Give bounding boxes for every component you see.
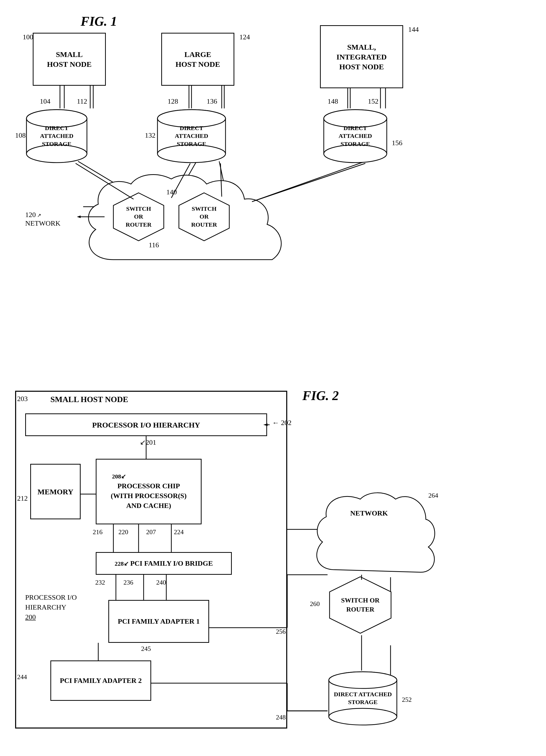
fig2-network-label: NETWORK xyxy=(350,509,388,517)
network-label: 120↗NETWORK xyxy=(25,210,61,227)
left-storage: DIRECTATTACHEDSTORAGE xyxy=(25,108,88,164)
fig2-storage-label: DIRECT ATTACHED STORAGE xyxy=(327,690,398,706)
ref-100: 100 xyxy=(23,33,33,41)
ref-152: 152 xyxy=(368,97,378,106)
svg-point-46 xyxy=(329,672,397,688)
small-host-node-box: SMALLHOST NODE xyxy=(33,33,106,86)
small-integrated-host-box: SMALL,INTEGRATEDHOST NODE xyxy=(320,25,403,88)
page: FIG. 1 xyxy=(0,0,546,756)
left-switch-hexagon: SWITCHORROUTER xyxy=(111,192,166,242)
ref-256: 256 xyxy=(276,628,286,636)
pci-adapter1-box: PCI FAMILY ADAPTER 1 xyxy=(108,600,209,643)
fig2-small-host-label: SMALL HOST NODE xyxy=(50,395,128,404)
small-integrated-label: SMALL,INTEGRATEDHOST NODE xyxy=(336,42,386,72)
ref-264: 264 xyxy=(428,492,438,499)
ref-108: 108 xyxy=(15,131,26,140)
fig2-switch-label: SWITCH OR ROUTER xyxy=(327,596,393,614)
ref-202: ← 202 xyxy=(272,418,291,427)
pci-adapter2-box: PCI FAMILY ADAPTER 2 xyxy=(50,660,151,701)
memory-box: MEMORY xyxy=(30,464,81,519)
fig1-title: FIG. 1 xyxy=(81,14,117,29)
ref-136: 136 xyxy=(207,97,217,106)
fig2-switch-hexagon: SWITCH OR ROUTER xyxy=(327,575,393,635)
ref-244: 244 xyxy=(17,673,27,681)
right-storage: DIRECTATTACHEDSTORAGE xyxy=(322,108,388,164)
processor-hierarchy-top-label: PROCESSOR I/O HIERARCHY xyxy=(92,420,200,430)
ref-208-label: 208↙ xyxy=(112,472,187,481)
pci-bridge-box: 228↙ PCI FAMILY I/O BRIDGE xyxy=(96,552,232,575)
fig2-storage: DIRECT ATTACHED STORAGE xyxy=(327,671,398,726)
processor-chip-box: 208↙ PROCESSOR CHIP(WITH PROCESSOR(S)AND… xyxy=(96,459,202,524)
fig2-network-cloud: NETWORK xyxy=(310,489,436,580)
ref-144: 144 xyxy=(408,25,419,34)
left-storage-label: DIRECTATTACHEDSTORAGE xyxy=(40,124,73,148)
processor-hierarchy-bottom-label: PROCESSOR I/OHIERARCHY200 xyxy=(25,592,77,622)
right-switch-label: SWITCHORROUTER xyxy=(191,205,217,229)
ref-207: 207 xyxy=(146,528,156,536)
small-host-label: SMALLHOST NODE xyxy=(47,49,92,69)
ref-140: 140 xyxy=(166,188,177,196)
ref-260: 260 xyxy=(310,600,320,608)
ref-240: 240 xyxy=(156,579,166,586)
center-storage-label: DIRECTATTACHEDSTORAGE xyxy=(175,124,208,148)
ref-156: 156 xyxy=(392,139,402,147)
ref-228-label: 228↙ xyxy=(115,560,130,567)
processor-hierarchy-top-box: PROCESSOR I/O HIERARCHY xyxy=(25,413,267,436)
right-switch-hexagon: SWITCHORROUTER xyxy=(176,192,232,242)
ref-112: 112 xyxy=(77,97,87,106)
ref-252: 252 xyxy=(402,696,412,704)
ref-248: 248 xyxy=(276,713,286,721)
large-host-label: LARGEHOST NODE xyxy=(176,49,220,69)
ref-224: 224 xyxy=(174,528,184,536)
ref-200: 200 xyxy=(25,613,36,621)
center-storage: DIRECTATTACHEDSTORAGE xyxy=(156,108,227,164)
pci-adapter1-label: PCI FAMILY ADAPTER 1 xyxy=(118,617,200,626)
ref-220: 220 xyxy=(118,528,128,536)
ref-128: 128 xyxy=(168,97,178,106)
ref-132: 132 xyxy=(145,131,156,140)
right-storage-label: DIRECTATTACHEDSTORAGE xyxy=(339,124,372,148)
ref-245: 245 xyxy=(141,645,151,653)
memory-label: MEMORY xyxy=(38,487,73,497)
ref-236: 236 xyxy=(124,579,133,586)
ref-212: 212 xyxy=(17,494,28,503)
ref-203: 203 xyxy=(17,395,28,403)
ref-116: 116 xyxy=(149,241,159,249)
ref-148: 148 xyxy=(327,97,338,106)
processor-chip-label: PROCESSOR CHIP(WITH PROCESSOR(S)AND CACH… xyxy=(111,482,187,509)
ref-124: 124 xyxy=(240,33,250,41)
pci-adapter2-label: PCI FAMILY ADAPTER 2 xyxy=(60,676,142,685)
ref-104: 104 xyxy=(40,97,50,106)
svg-point-45 xyxy=(329,708,397,725)
ref-201: ↙201 xyxy=(140,438,156,447)
fig2-title: FIG. 2 xyxy=(302,388,339,403)
pci-bridge-label: PCI FAMILY I/O BRIDGE xyxy=(130,559,213,567)
left-switch-label: SWITCHORROUTER xyxy=(126,205,152,229)
large-host-node-box: LARGEHOST NODE xyxy=(161,33,234,86)
ref-216: 216 xyxy=(93,528,103,536)
ref-232: 232 xyxy=(95,579,105,586)
